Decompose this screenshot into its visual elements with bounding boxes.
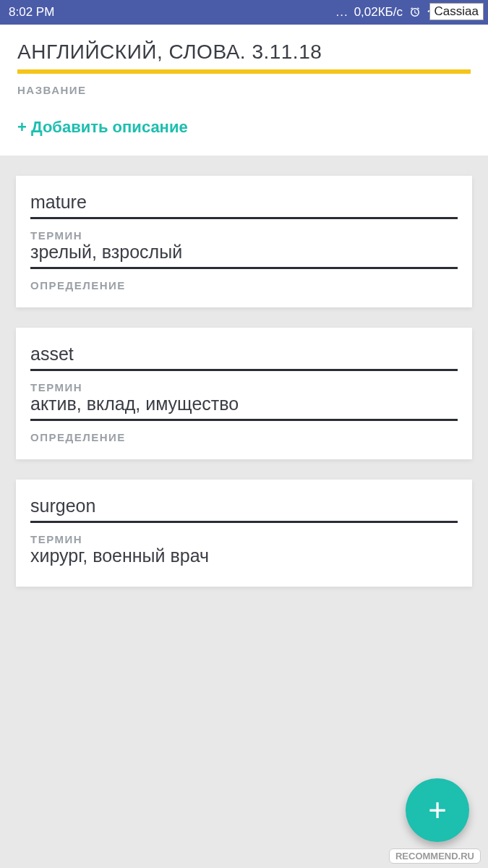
definition-label: ОПРЕДЕЛЕНИЕ xyxy=(30,279,458,292)
definition-input[interactable]: хирург, военный врач xyxy=(30,545,458,571)
status-dots-icon: ... xyxy=(335,5,348,20)
term-label: ТЕРМИН xyxy=(30,381,458,393)
status-time: 8:02 PM xyxy=(9,5,54,20)
set-title-input[interactable]: АНГЛИЙСКИЙ, СЛОВА. 3.11.18 xyxy=(17,41,471,64)
set-header: АНГЛИЙСКИЙ, СЛОВА. 3.11.18 НАЗВАНИЕ + До… xyxy=(0,25,488,156)
watermark-top: Cassiaa xyxy=(429,3,484,20)
term-label: ТЕРМИН xyxy=(30,229,458,242)
watermark: RECOMMEND.RU xyxy=(389,848,481,864)
status-bar: 8:02 PM ... 0,02КБ/с xyxy=(0,0,488,25)
term-input[interactable]: asset xyxy=(30,344,458,371)
status-speed: 0,02КБ/с xyxy=(354,5,403,20)
definition-input[interactable]: зрелый, взрослый xyxy=(30,242,458,269)
term-label: ТЕРМИН xyxy=(30,533,458,545)
definition-label: ОПРЕДЕЛЕНИЕ xyxy=(30,431,458,443)
title-label: НАЗВАНИЕ xyxy=(17,84,471,96)
plus-icon: + xyxy=(428,792,447,828)
flashcard: asset ТЕРМИН актив, вклад, имущество ОПР… xyxy=(16,328,472,459)
flashcard: mature ТЕРМИН зрелый, взрослый ОПРЕДЕЛЕН… xyxy=(16,176,472,307)
definition-input[interactable]: актив, вклад, имущество xyxy=(30,393,458,421)
add-description-button[interactable]: + Добавить описание xyxy=(17,118,471,137)
title-underline xyxy=(17,69,471,74)
alarm-icon xyxy=(408,6,421,19)
flashcard: surgeon ТЕРМИН хирург, военный врач xyxy=(16,480,472,587)
term-input[interactable]: surgeon xyxy=(30,495,458,523)
term-input[interactable]: mature xyxy=(30,192,458,219)
add-card-fab[interactable]: + xyxy=(406,778,469,842)
